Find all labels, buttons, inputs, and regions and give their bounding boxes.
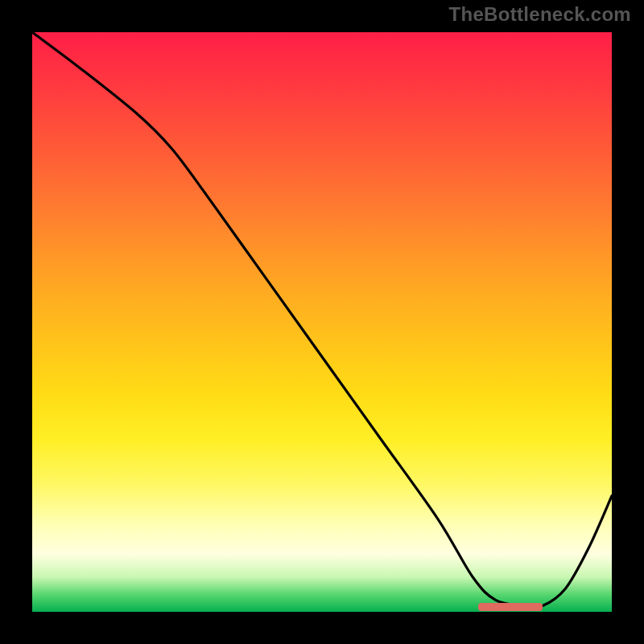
optimal-range-marker [478, 603, 542, 611]
plot-area [29, 29, 615, 615]
chart-root: TheBottleneck.com [0, 0, 644, 644]
bottleneck-curve [32, 32, 612, 612]
watermark-text: TheBottleneck.com [449, 3, 631, 26]
